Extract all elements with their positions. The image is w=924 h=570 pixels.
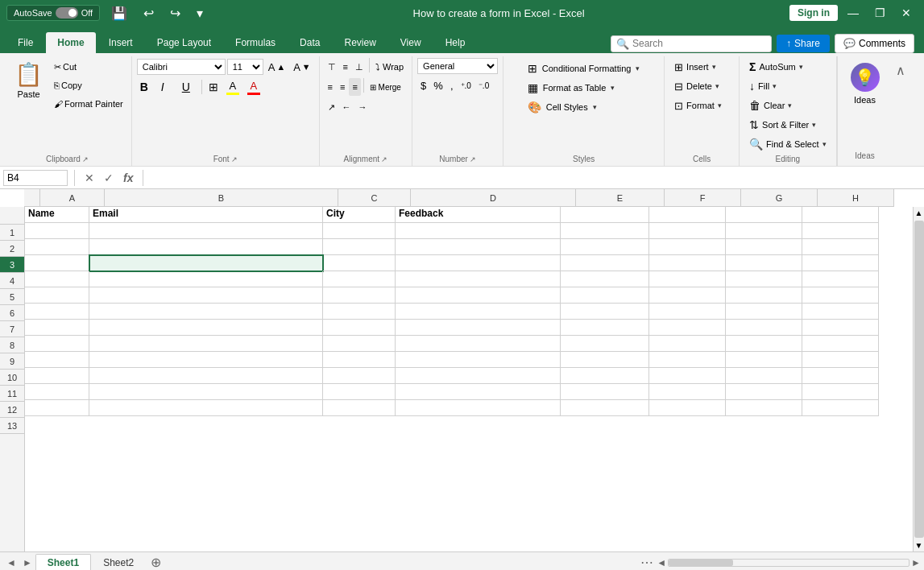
increase-font-button[interactable]: A▲ (265, 58, 288, 76)
font-family-select[interactable]: Calibri (137, 59, 226, 75)
formula-input[interactable] (150, 171, 921, 185)
row-header-1[interactable]: 1 (0, 225, 24, 241)
cell-F1[interactable] (649, 207, 726, 223)
col-header-E[interactable]: E (576, 189, 665, 207)
ideas-button[interactable]: 💡 Ideas (844, 60, 886, 108)
tab-insert[interactable]: Insert (97, 32, 144, 53)
middle-align-button[interactable]: ≡ (340, 58, 351, 76)
col-header-F[interactable]: F (665, 189, 741, 207)
conditional-formatting-button[interactable]: ⊞ Conditional Formatting ▾ (524, 60, 644, 77)
col-header-G[interactable]: G (741, 189, 818, 207)
clipboard-expand-icon[interactable]: ↗ (82, 155, 89, 163)
insert-button[interactable]: ⊞ Insert ▾ (669, 58, 734, 76)
paste-button[interactable]: 📋 Paste (8, 58, 49, 102)
row-header-9[interactable]: 9 (0, 353, 24, 370)
search-input[interactable] (632, 38, 737, 49)
scroll-thumb[interactable] (914, 221, 924, 538)
restore-button[interactable]: ❐ (868, 3, 892, 23)
redo-button[interactable]: ↪ (165, 2, 185, 24)
find-select-button[interactable]: 🔍 Find & Select ▾ (744, 135, 831, 153)
top-align-button[interactable]: ⊤ (325, 58, 339, 76)
comma-button[interactable]: , (447, 76, 457, 94)
cell-G2[interactable] (726, 223, 802, 239)
cell-G1[interactable] (726, 207, 802, 223)
increase-decimal-button[interactable]: ⁺.0 (458, 76, 474, 94)
cell-G4[interactable] (726, 255, 802, 271)
cell-H3[interactable] (802, 239, 879, 255)
cell-D2[interactable] (396, 223, 561, 239)
font-expand-icon[interactable]: ↗ (231, 155, 238, 163)
cell-C4[interactable] (323, 255, 396, 271)
decrease-decimal-button[interactable]: ⁻.0 (475, 76, 492, 94)
col-header-C[interactable]: C (338, 189, 411, 207)
percent-button[interactable]: % (430, 76, 446, 94)
scroll-left-button[interactable]: ◄ (657, 557, 666, 568)
cell-H4[interactable] (802, 255, 879, 271)
row-header-5[interactable]: 5 (0, 289, 24, 305)
tab-page-layout[interactable]: Page Layout (146, 32, 222, 53)
row-header-12[interactable]: 12 (0, 402, 24, 418)
center-align-button[interactable]: ≡ (337, 78, 348, 96)
row-header-7[interactable]: 7 (0, 321, 24, 337)
left-align-button[interactable]: ≡ (325, 78, 336, 96)
tab-nav-right-button[interactable]: ► (19, 556, 35, 570)
decrease-indent-button[interactable]: ← (339, 98, 354, 116)
scroll-down-button[interactable]: ▼ (914, 539, 924, 551)
col-header-H[interactable]: H (818, 189, 894, 207)
row-select-corner[interactable] (24, 189, 40, 207)
row-header-13[interactable]: 13 (0, 418, 24, 434)
cell-E1[interactable] (561, 207, 649, 223)
sheet-tab-sheet1[interactable]: Sheet1 (35, 554, 91, 571)
cell-D4[interactable] (396, 255, 561, 271)
font-color-button[interactable]: A (244, 78, 263, 96)
comments-button[interactable]: 💬 Comments (835, 34, 914, 53)
cell-A2[interactable] (25, 223, 89, 239)
horizontal-scrollbar[interactable] (668, 559, 909, 567)
cell-D1[interactable]: Feedback (396, 207, 561, 223)
bottom-align-button[interactable]: ⊥ (352, 58, 367, 76)
number-format-select[interactable]: General (417, 58, 498, 74)
share-button[interactable]: ↑ Share (777, 35, 830, 52)
format-as-table-button[interactable]: ▦ Format as Table ▾ (524, 79, 644, 97)
tab-home[interactable]: Home (46, 32, 95, 53)
font-size-select[interactable]: 11 (227, 59, 263, 75)
fill-button[interactable]: ↓ Fill ▾ (744, 77, 809, 95)
cell-F2[interactable] (649, 223, 726, 239)
format-button[interactable]: ⊡ Format ▾ (669, 97, 734, 114)
cell-G3[interactable] (726, 239, 802, 255)
autosave-toggle[interactable] (56, 7, 78, 19)
customize-qat-button[interactable]: ▾ (192, 2, 208, 24)
borders-button[interactable]: ⊞ (205, 78, 222, 96)
cell-H1[interactable] (802, 207, 879, 223)
tab-formulas[interactable]: Formulas (224, 32, 287, 53)
tab-nav-left-button[interactable]: ◄ (3, 556, 19, 570)
confirm-formula-button[interactable]: ✓ (101, 170, 117, 186)
cell-C2[interactable] (323, 223, 396, 239)
underline-button[interactable]: U (179, 78, 198, 96)
close-button[interactable]: ✕ (895, 3, 918, 23)
tab-view[interactable]: View (389, 32, 433, 53)
copy-button[interactable]: ⎘ Copy (51, 76, 126, 94)
tab-file[interactable]: File (6, 32, 44, 53)
row-header-4[interactable]: 4 (0, 273, 24, 289)
cell-A3[interactable] (25, 239, 89, 255)
orientation-button[interactable]: ↗ (325, 98, 338, 116)
cell-styles-button[interactable]: 🎨 Cell Styles ▾ (524, 98, 644, 116)
delete-button[interactable]: ⊟ Delete ▾ (669, 77, 734, 95)
sign-in-button[interactable]: Sign in (789, 5, 838, 21)
scroll-up-button[interactable]: ▲ (914, 207, 924, 219)
number-expand-icon[interactable]: ↗ (470, 155, 476, 163)
cell-B1[interactable]: Email (89, 207, 323, 223)
tab-options-button[interactable]: ⋯ (640, 555, 653, 570)
cell-H2[interactable] (802, 223, 879, 239)
cell-B4[interactable] (89, 255, 323, 271)
cut-button[interactable]: ✂ Cut (51, 58, 126, 76)
h-scroll-thumb[interactable] (669, 560, 733, 566)
clear-button[interactable]: 🗑 Clear ▾ (744, 97, 809, 114)
merge-center-button[interactable]: ⊞ Merge (367, 78, 404, 96)
right-align-button[interactable]: ≡ (349, 78, 360, 96)
autosave-button[interactable]: AutoSave Off (6, 5, 100, 21)
tab-help[interactable]: Help (434, 32, 477, 53)
cell-E2[interactable] (561, 223, 649, 239)
insert-function-button[interactable]: fx (120, 170, 136, 186)
